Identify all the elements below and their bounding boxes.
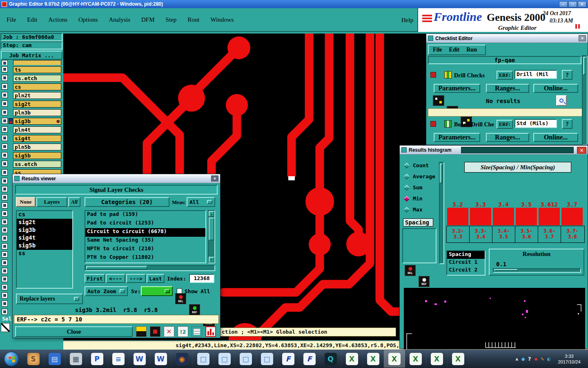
checklist-scrollbar[interactable] xyxy=(582,55,588,145)
list-item[interactable]: sig5b xyxy=(17,242,72,250)
zoom-results-button[interactable] xyxy=(556,95,567,106)
categories-hscrollbar[interactable] xyxy=(85,265,215,271)
checklist-menu-edit[interactable]: Edit xyxy=(449,47,460,53)
zoom-preset-icon[interactable]: !2 xyxy=(178,326,188,337)
menu-options[interactable]: Options xyxy=(78,16,98,23)
taskbar-item[interactable]: □ xyxy=(256,350,278,368)
layer-row[interactable]: pln2t xyxy=(0,91,63,100)
scrollbar-thumb[interactable] xyxy=(86,266,147,269)
layer-label[interactable]: cs xyxy=(15,84,21,90)
layer-visibility-checkbox[interactable] xyxy=(2,194,8,200)
layer-visibility-checkbox[interactable] xyxy=(2,144,8,150)
layer-row[interactable]: cs xyxy=(0,83,63,91)
scrollbar-thumb[interactable] xyxy=(209,218,214,240)
histogram-vscrollbar[interactable] xyxy=(439,162,444,264)
taskbar-item[interactable]: W xyxy=(129,350,150,368)
histogram-bar[interactable] xyxy=(561,208,583,225)
layer-visibility-checkbox[interactable] xyxy=(2,135,8,141)
taskbar-clock[interactable]: 3:33 2017/10/24 xyxy=(554,353,585,365)
categories-scrollbar[interactable] xyxy=(208,210,215,263)
layer-row[interactable]: cs.etch xyxy=(0,74,63,83)
scroll-down-icon[interactable] xyxy=(209,257,214,263)
online-button[interactable]: Online... xyxy=(533,133,578,142)
taskbar-item[interactable]: F xyxy=(299,350,320,368)
layer-row[interactable]: sig2t xyxy=(0,100,63,108)
layer-visibility-checkbox[interactable] xyxy=(2,276,8,282)
erf-value-field[interactable]: Std (Mils) xyxy=(514,119,557,128)
layer-label[interactable]: sig3b xyxy=(15,118,31,124)
taskbar-item[interactable]: X xyxy=(448,350,469,368)
max-label[interactable]: Max xyxy=(413,206,422,213)
parameters-button[interactable]: Parameters... xyxy=(434,133,480,142)
layer-visibility-checkbox[interactable] xyxy=(2,109,8,115)
layer-row[interactable]: sig5b xyxy=(0,151,63,160)
layer-visibility-checkbox[interactable] xyxy=(2,161,8,167)
taskbar-item[interactable]: ▤ xyxy=(44,350,65,368)
layer-visibility-checkbox[interactable] xyxy=(2,118,8,124)
tray-sync-icon[interactable]: ◐ xyxy=(547,356,550,362)
resolution-slider[interactable] xyxy=(493,268,581,273)
erf-button[interactable]: ERF: xyxy=(497,120,513,129)
layer-label[interactable]: pln2t xyxy=(15,92,31,99)
average-radio[interactable] xyxy=(404,174,410,180)
layer-visibility-checkbox[interactable] xyxy=(2,83,8,90)
taskbar-item[interactable]: W xyxy=(150,350,172,368)
tray-chevron-icon[interactable]: ▲ xyxy=(516,356,519,361)
count-radio[interactable] xyxy=(404,163,410,168)
sum-label[interactable]: Sum xyxy=(413,184,422,191)
layer-visibility-checkbox[interactable] xyxy=(2,60,8,65)
del-button[interactable]: DEL xyxy=(175,293,186,304)
job-matrix-button[interactable]: Job Matrix ... xyxy=(1,51,62,60)
select-tool-icon[interactable] xyxy=(1,323,10,332)
series-item[interactable]: Spacing xyxy=(447,251,485,259)
menu-actions[interactable]: Actions xyxy=(48,16,67,23)
layer-visibility-checkbox[interactable] xyxy=(2,169,8,175)
checklist-menu-run[interactable]: Run xyxy=(466,47,477,53)
snapshot-icon[interactable] xyxy=(136,326,147,337)
category-item[interactable]: PTH to Copper (11802) xyxy=(85,254,205,263)
category-item[interactable]: Pad to circuit (1253) xyxy=(85,220,205,228)
viewer-titlebar[interactable]: Results viewer xyxy=(13,174,220,183)
index-field[interactable]: 12368 xyxy=(189,274,214,283)
taskbar-item[interactable]: X xyxy=(426,350,448,368)
menu-file[interactable]: File xyxy=(7,16,16,23)
tray-help-icon[interactable]: ? xyxy=(528,356,531,362)
series-item[interactable]: Circuit 2 xyxy=(447,267,485,274)
checklist-close-icon[interactable] xyxy=(579,35,586,41)
slider-thumb[interactable] xyxy=(494,269,518,271)
layer-visibility-checkbox[interactable] xyxy=(2,251,8,258)
layer-label[interactable]: pln5b xyxy=(15,144,31,150)
layer-visibility-checkbox[interactable] xyxy=(2,75,8,81)
layer-label[interactable]: ts xyxy=(15,67,21,73)
layer-row[interactable]: ts xyxy=(0,65,63,74)
taskbar-item[interactable]: □ xyxy=(235,350,256,368)
taskbar-item[interactable]: P xyxy=(87,350,108,368)
histogram-bar[interactable] xyxy=(516,208,537,225)
layer-visibility-checkbox[interactable] xyxy=(2,202,8,209)
taskbar-item[interactable]: S xyxy=(23,350,44,368)
menu-dfm[interactable]: DFM xyxy=(141,16,155,23)
layer-label[interactable]: pln4t xyxy=(15,127,31,133)
max-radio[interactable] xyxy=(404,207,410,213)
tray-pen-icon[interactable]: ✎ xyxy=(541,356,544,362)
layer-visibility-checkbox[interactable] xyxy=(2,284,8,290)
menu-edit[interactable]: Edit xyxy=(27,16,37,23)
layer-row-clipped[interactable] xyxy=(0,60,63,65)
taskbar-item[interactable]: ◉ xyxy=(172,350,193,368)
check-enabled-checkbox[interactable] xyxy=(430,121,436,127)
scrollbar-thumb[interactable] xyxy=(583,57,586,75)
list-item[interactable]: ss xyxy=(17,250,72,258)
next-button[interactable]: ---> xyxy=(126,274,146,283)
ranges-button[interactable]: Ranges... xyxy=(486,84,529,93)
taskbar-item[interactable]: ≡ xyxy=(108,350,129,368)
histogram-close-icon[interactable]: ✕ xyxy=(577,147,586,154)
help-button[interactable]: ? xyxy=(562,70,572,80)
histogram-bar[interactable] xyxy=(493,208,514,225)
meas-dropdown[interactable]: All xyxy=(187,197,215,207)
layer-visibility-checkbox[interactable] xyxy=(2,219,8,225)
replace-layers-dropdown[interactable]: Replace layers xyxy=(16,294,83,304)
layer-visibility-checkbox[interactable] xyxy=(2,152,8,158)
layer-visibility-checkbox[interactable] xyxy=(2,235,8,241)
checklist-titlebar[interactable]: Checklist Editor xyxy=(426,34,588,43)
minimize-button[interactable] xyxy=(559,1,568,7)
